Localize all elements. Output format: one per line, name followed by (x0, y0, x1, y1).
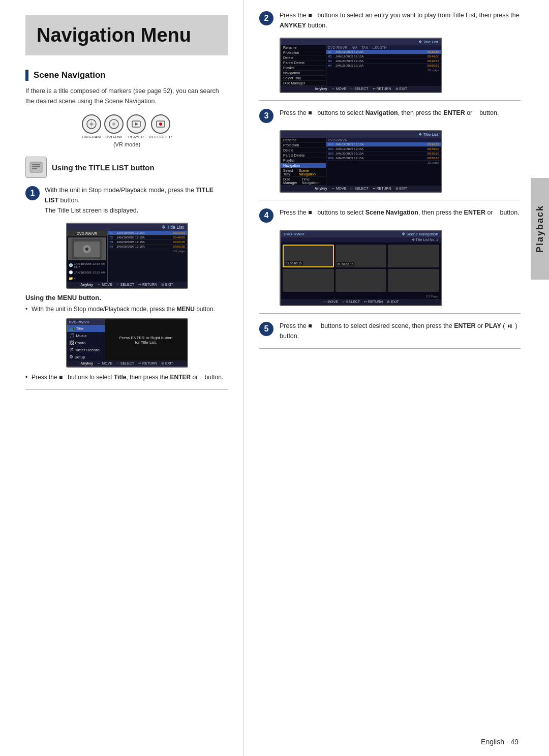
menu2-disc-manager: Disc Manager (281, 81, 326, 86)
step-2-number: 2 (259, 11, 273, 25)
menu2-rename: Rename (281, 45, 326, 50)
menu3-select-tray: Select TrayScene Navigation (281, 168, 326, 177)
menu-left-panel: DVD-RW/VR 📺Title 🎵Music 🖼Photo (67, 319, 105, 360)
page-container: Playback Navigation Menu Scene Navigatio… (0, 0, 549, 756)
scene-label-1: 01 00:00:15 (285, 261, 303, 265)
menu3-playlist: Playlist (281, 158, 326, 163)
recorder-icon (151, 114, 170, 134)
sidebar-playback-tab: Playback (531, 178, 549, 280)
screen1-nav-bar: Anykey ↔ MOVE ☞ SELECT ↩ RETURN ⊘ EXIT (67, 282, 187, 288)
screen1-title-bar: ❖ Title List (67, 224, 187, 231)
step-1-block: 1 With the unit in Stop mode/Playback mo… (25, 185, 228, 216)
screen3-nav-bar: Anykey ↔ MOVE ☞ SELECT ↩ RETURN ⊘ EXIT (281, 186, 441, 192)
right-divider-1 (259, 100, 521, 101)
scene-cell-1: 01 00:00:15 (283, 245, 334, 267)
svg-rect-10 (30, 162, 42, 172)
screen1-info-row3: 📁4 (67, 276, 107, 282)
screen1-item-3: 03 JAN/20/2005 12:15A 00:20:15 (108, 240, 187, 245)
screen2-item-3: 03 JAN/20/2005 12:15A 00:20:15 (326, 59, 441, 64)
right-column: 2 Press the ■ buttons to select an entry… (244, 0, 531, 756)
menu2-partial-delete: Partial Delete (281, 61, 326, 66)
step-2-block: 2 Press the ■ buttons to select an entry… (259, 10, 521, 31)
vr-mode-text: (VR mode) (25, 141, 228, 147)
footer-text: English - 49 (481, 738, 518, 746)
scene-cell-3 (388, 245, 439, 267)
scene-cell-4 (283, 269, 334, 292)
screen3-page-info: 1/1 page (326, 161, 441, 165)
screen1-dvd-label: DVD-RW/VR (67, 231, 108, 236)
page-footer: English - 49 (481, 738, 518, 746)
screen1-info-row1: 💿JAN/18/2005 12:15 AM CH7 (67, 261, 107, 269)
nav-menu-title-box: Navigation Menu (25, 15, 228, 55)
screen2-item-4: 04 JAN/25/2005 12:15A 00:50:16 (326, 64, 441, 68)
svg-point-9 (159, 123, 162, 126)
left-divider (25, 389, 228, 390)
screen3-header: DVD-RWVR (326, 138, 441, 142)
screen2-item-1: 01 JAN/19/2005 12:15A 00:10:23 (326, 50, 441, 54)
section-title: Scene Navigation (34, 70, 106, 80)
step-5-number: 5 (259, 322, 273, 336)
scene-cell-5 (336, 269, 387, 292)
menu2-playlist: Playlist (281, 66, 326, 71)
menu3-protection: Protection (281, 143, 326, 148)
screen3-menu-col: Rename Protection Delete Partial Delete … (281, 138, 326, 186)
screen2-title-bar: ❖ Title List (281, 39, 441, 45)
menu-item-timer: ⏱Timer Record (67, 346, 105, 353)
menu-item-setup: ⚙Setup (67, 353, 105, 360)
screen-3-mockup: ❖ Title List Rename Protection Delete Pa… (280, 130, 442, 193)
dvd-ram-label: DVD-RAM (82, 135, 101, 139)
screen3-item-3: 003 JAN/20/2005 12:15A 00:20:15 (326, 152, 441, 156)
step-1-text: With the unit in Stop mode/Playback mode… (45, 185, 228, 216)
menu-right-text: Press ENTER or Right buttonfor Title Lis… (119, 336, 172, 345)
title-list-icon (25, 157, 47, 178)
screen1-right-panel: 01 JAN/19/2005 12:15A 00:10:23 02 JAN/19… (108, 231, 187, 282)
right-divider-4 (259, 348, 521, 349)
screen1-thumbnail (68, 237, 106, 260)
menu3-delete: Delete (281, 148, 326, 153)
scene-cell-6 (388, 269, 439, 292)
svg-point-5 (112, 123, 115, 126)
press-title-bullet: Press the ■ buttons to select Title, the… (25, 373, 228, 382)
menu3-navigation: Navigation (281, 163, 326, 168)
menu-right-panel: Press ENTER or Right buttonfor Title Lis… (105, 319, 187, 360)
recorder-label: RECORDER (149, 135, 172, 139)
screen1-item-4: 04 JAN/25/2005 12:15A 00:50:16 (108, 245, 187, 249)
section-bar (25, 70, 28, 81)
screen3-title-bar: ❖ Title List (281, 131, 441, 138)
dvd-ram-icon (82, 114, 101, 134)
step-2-text: Press the ■ buttons to select an entry y… (280, 10, 521, 31)
screen2-body: Rename Protection Delete Partial Delete … (281, 45, 441, 86)
scene-label-2: 01 00:05:15 (337, 262, 355, 266)
svg-marker-7 (135, 123, 138, 126)
main-content: Navigation Menu Scene Navigation If ther… (0, 0, 531, 756)
menu3-rename: Rename (281, 138, 326, 143)
menu-dvd-header: DVD-RW/VR (67, 319, 105, 325)
sidebar-tab-label: Playback (535, 205, 545, 253)
section-heading: Scene Navigation (25, 70, 228, 81)
screen4-subtitle: ❖ Title List No. 1 (281, 237, 441, 243)
screen3-item-2: 002 JAN/19/2005 12:15A 00:48:00 (326, 147, 441, 152)
screen1-item-1: 01 JAN/19/2005 12:15A 00:10:23 (108, 231, 187, 235)
scene-nav-description: If there is a title composed of markers … (25, 86, 228, 106)
screen1-page-info: 1/1 page (108, 249, 187, 253)
screen-4-mockup: DVD-RW/R ❖ Scene Navigation ❖ Title List… (280, 230, 442, 306)
menu-item-music: 🎵Music (67, 332, 105, 339)
screen4-title-bar: DVD-RW/R ❖ Scene Navigation (281, 231, 441, 237)
device-icon-recorder: RECORDER (149, 114, 172, 139)
step-1-number: 1 (25, 186, 40, 200)
screen1-info-row2: 🕐JAN/18/2005 12:15 AM (67, 269, 107, 276)
screen3-body: Rename Protection Delete Partial Delete … (281, 138, 441, 186)
using-menu-heading: Using the MENU button. (25, 294, 228, 301)
left-column: Navigation Menu Scene Navigation If ther… (0, 0, 244, 756)
menu-item-photo: 🖼Photo (67, 339, 105, 346)
title-list-bold: TITLE LIST (45, 187, 214, 204)
step-3-text: Press the ■ buttons to select Navigation… (280, 108, 521, 118)
step-3-block: 3 Press the ■ buttons to select Navigati… (259, 108, 521, 123)
screen3-list-col: DVD-RWVR 001 JAN/19/2005 12:15A 00:10:23… (326, 138, 441, 186)
step-5-block: 5 Press the ■ buttons to select desired … (259, 321, 521, 341)
step-4-block: 4 Press the ■ buttons to select Scene Na… (259, 207, 521, 223)
step-4-text: Press the ■ buttons to select Scene Navi… (280, 207, 521, 218)
menu2-select-tray: Select Tray (281, 76, 326, 81)
player-label: PLAYER (128, 135, 144, 139)
screen2-nav-bar: Anykey ↔ MOVE ☞ SELECT ↩ RETURN ⊘ EXIT (281, 86, 441, 92)
